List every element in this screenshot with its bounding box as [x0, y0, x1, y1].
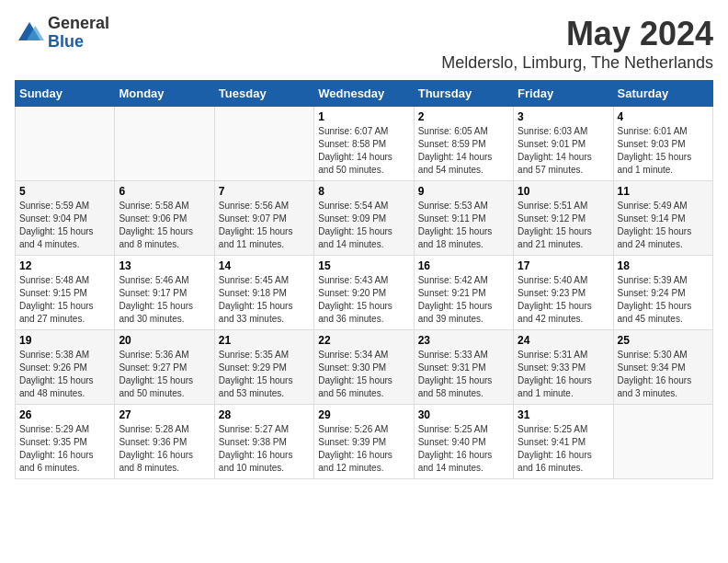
logo-blue: Blue	[48, 33, 109, 52]
cell-3-1: 20Sunrise: 5:36 AM Sunset: 9:27 PM Dayli…	[115, 330, 214, 405]
day-number: 15	[318, 259, 409, 272]
day-number: 11	[618, 185, 709, 198]
day-info: Sunrise: 5:31 AM Sunset: 9:33 PM Dayligh…	[518, 349, 609, 400]
day-info: Sunrise: 5:29 AM Sunset: 9:35 PM Dayligh…	[19, 423, 110, 475]
day-number: 7	[219, 185, 310, 198]
day-number: 13	[119, 259, 210, 272]
cell-2-1: 13Sunrise: 5:46 AM Sunset: 9:17 PM Dayli…	[115, 256, 214, 330]
day-number: 1	[318, 110, 409, 123]
day-info: Sunrise: 5:30 AM Sunset: 9:34 PM Dayligh…	[618, 349, 709, 400]
day-number: 30	[418, 408, 509, 421]
day-info: Sunrise: 5:27 AM Sunset: 9:38 PM Dayligh…	[219, 423, 310, 475]
logo-general: General	[48, 15, 109, 33]
page-header: General Blue May 2024 Melderslo, Limburg…	[15, 15, 713, 73]
day-number: 25	[618, 334, 709, 347]
day-info: Sunrise: 5:25 AM Sunset: 9:41 PM Dayligh…	[518, 423, 609, 475]
day-info: Sunrise: 5:43 AM Sunset: 9:20 PM Dayligh…	[318, 274, 409, 326]
day-number: 10	[518, 185, 609, 198]
cell-1-0: 5Sunrise: 5:59 AM Sunset: 9:04 PM Daylig…	[16, 181, 115, 256]
header-row: Sunday Monday Tuesday Wednesday Thursday…	[16, 81, 713, 107]
day-number: 23	[418, 334, 509, 347]
cell-2-5: 17Sunrise: 5:40 AM Sunset: 9:23 PM Dayli…	[514, 256, 613, 330]
cell-1-4: 9Sunrise: 5:53 AM Sunset: 9:11 PM Daylig…	[414, 181, 513, 256]
day-number: 17	[518, 259, 609, 272]
day-number: 16	[418, 259, 509, 272]
cell-4-6	[613, 405, 712, 479]
day-number: 5	[19, 185, 110, 198]
day-number: 24	[518, 334, 609, 347]
day-number: 4	[618, 110, 709, 123]
cell-0-0	[16, 107, 115, 181]
day-number: 27	[119, 408, 210, 421]
cell-0-5: 3Sunrise: 6:03 AM Sunset: 9:01 PM Daylig…	[514, 107, 613, 181]
day-info: Sunrise: 5:34 AM Sunset: 9:30 PM Dayligh…	[318, 349, 409, 400]
day-info: Sunrise: 5:33 AM Sunset: 9:31 PM Dayligh…	[418, 349, 509, 400]
header-friday: Friday	[514, 81, 613, 107]
calendar-header: Sunday Monday Tuesday Wednesday Thursday…	[16, 81, 713, 107]
day-number: 2	[418, 110, 509, 123]
day-number: 28	[219, 408, 310, 421]
day-info: Sunrise: 5:40 AM Sunset: 9:23 PM Dayligh…	[518, 274, 609, 326]
day-info: Sunrise: 5:25 AM Sunset: 9:40 PM Dayligh…	[418, 423, 509, 475]
day-number: 18	[618, 259, 709, 272]
day-info: Sunrise: 5:48 AM Sunset: 9:15 PM Dayligh…	[19, 274, 110, 326]
cell-1-3: 8Sunrise: 5:54 AM Sunset: 9:09 PM Daylig…	[314, 181, 414, 256]
day-info: Sunrise: 5:51 AM Sunset: 9:12 PM Dayligh…	[518, 200, 609, 251]
cell-2-6: 18Sunrise: 5:39 AM Sunset: 9:24 PM Dayli…	[613, 256, 712, 330]
header-sunday: Sunday	[16, 81, 115, 107]
cell-4-0: 26Sunrise: 5:29 AM Sunset: 9:35 PM Dayli…	[16, 405, 115, 479]
cell-1-2: 7Sunrise: 5:56 AM Sunset: 9:07 PM Daylig…	[214, 181, 313, 256]
day-number: 21	[219, 334, 310, 347]
cell-0-1	[115, 107, 214, 181]
cell-4-5: 31Sunrise: 5:25 AM Sunset: 9:41 PM Dayli…	[514, 405, 613, 479]
day-info: Sunrise: 5:53 AM Sunset: 9:11 PM Dayligh…	[418, 200, 509, 251]
day-info: Sunrise: 5:42 AM Sunset: 9:21 PM Dayligh…	[418, 274, 509, 326]
day-info: Sunrise: 5:38 AM Sunset: 9:26 PM Dayligh…	[19, 349, 110, 400]
day-number: 19	[19, 334, 110, 347]
day-number: 8	[318, 185, 409, 198]
cell-2-2: 14Sunrise: 5:45 AM Sunset: 9:18 PM Dayli…	[214, 256, 313, 330]
cell-4-3: 29Sunrise: 5:26 AM Sunset: 9:39 PM Dayli…	[314, 405, 414, 479]
day-info: Sunrise: 5:49 AM Sunset: 9:14 PM Dayligh…	[618, 200, 709, 251]
cell-0-2	[214, 107, 313, 181]
cell-3-4: 23Sunrise: 5:33 AM Sunset: 9:31 PM Dayli…	[414, 330, 513, 405]
cell-0-4: 2Sunrise: 6:05 AM Sunset: 8:59 PM Daylig…	[414, 107, 513, 181]
day-number: 14	[219, 259, 310, 272]
header-monday: Monday	[115, 81, 214, 107]
day-number: 20	[119, 334, 210, 347]
cell-0-3: 1Sunrise: 6:07 AM Sunset: 8:58 PM Daylig…	[314, 107, 414, 181]
day-info: Sunrise: 6:03 AM Sunset: 9:01 PM Dayligh…	[518, 125, 609, 177]
cell-4-2: 28Sunrise: 5:27 AM Sunset: 9:38 PM Dayli…	[214, 405, 313, 479]
day-info: Sunrise: 5:28 AM Sunset: 9:36 PM Dayligh…	[119, 423, 210, 475]
day-info: Sunrise: 6:07 AM Sunset: 8:58 PM Dayligh…	[318, 125, 409, 177]
cell-3-3: 22Sunrise: 5:34 AM Sunset: 9:30 PM Dayli…	[314, 330, 414, 405]
logo: General Blue	[15, 15, 109, 52]
day-info: Sunrise: 5:59 AM Sunset: 9:04 PM Dayligh…	[19, 200, 110, 251]
cell-3-0: 19Sunrise: 5:38 AM Sunset: 9:26 PM Dayli…	[16, 330, 115, 405]
cell-2-3: 15Sunrise: 5:43 AM Sunset: 9:20 PM Dayli…	[314, 256, 414, 330]
day-number: 29	[318, 408, 409, 421]
day-number: 12	[19, 259, 110, 272]
week-row-4: 26Sunrise: 5:29 AM Sunset: 9:35 PM Dayli…	[16, 405, 713, 479]
day-info: Sunrise: 5:39 AM Sunset: 9:24 PM Dayligh…	[618, 274, 709, 326]
day-info: Sunrise: 5:46 AM Sunset: 9:17 PM Dayligh…	[119, 274, 210, 326]
main-title: May 2024	[441, 15, 713, 53]
header-wednesday: Wednesday	[314, 81, 414, 107]
title-block: May 2024 Melderslo, Limburg, The Netherl…	[441, 15, 713, 73]
calendar-table: Sunday Monday Tuesday Wednesday Thursday…	[15, 80, 713, 479]
cell-0-6: 4Sunrise: 6:01 AM Sunset: 9:03 PM Daylig…	[613, 107, 712, 181]
header-tuesday: Tuesday	[214, 81, 313, 107]
week-row-2: 12Sunrise: 5:48 AM Sunset: 9:15 PM Dayli…	[16, 256, 713, 330]
cell-3-5: 24Sunrise: 5:31 AM Sunset: 9:33 PM Dayli…	[514, 330, 613, 405]
calendar-body: 1Sunrise: 6:07 AM Sunset: 8:58 PM Daylig…	[16, 107, 713, 479]
header-thursday: Thursday	[414, 81, 513, 107]
day-info: Sunrise: 5:26 AM Sunset: 9:39 PM Dayligh…	[318, 423, 409, 475]
cell-1-1: 6Sunrise: 5:58 AM Sunset: 9:06 PM Daylig…	[115, 181, 214, 256]
cell-3-2: 21Sunrise: 5:35 AM Sunset: 9:29 PM Dayli…	[214, 330, 313, 405]
day-number: 31	[518, 408, 609, 421]
cell-2-4: 16Sunrise: 5:42 AM Sunset: 9:21 PM Dayli…	[414, 256, 513, 330]
cell-1-5: 10Sunrise: 5:51 AM Sunset: 9:12 PM Dayli…	[514, 181, 613, 256]
cell-2-0: 12Sunrise: 5:48 AM Sunset: 9:15 PM Dayli…	[16, 256, 115, 330]
logo-text: General Blue	[48, 15, 109, 52]
logo-icon	[15, 18, 44, 48]
